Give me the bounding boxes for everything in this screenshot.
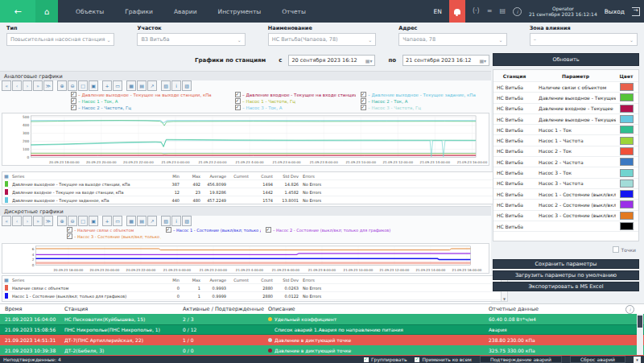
menu-item[interactable]: Инструменты: [218, 8, 262, 15]
parameter-row[interactable]: НС Витьба Насос 1 - Состояние (выкл/вкл: [493, 189, 638, 200]
color-swatch[interactable]: [620, 190, 634, 198]
color-swatch[interactable]: [620, 83, 634, 91]
info-icon[interactable]: i: [171, 216, 181, 226]
fast-forward-icon[interactable]: ≫: [43, 216, 53, 226]
zoom-out-icon[interactable]: ⊖: [68, 216, 77, 226]
fast-forward-icon[interactable]: ≫: [43, 80, 53, 91]
menu-item[interactable]: Отчеты: [282, 8, 306, 15]
fullscreen-icon[interactable]: ▭: [113, 80, 122, 91]
parameter-row[interactable]: НС Витьба Насос 3 - Частота: [493, 179, 638, 189]
prev-icon[interactable]: ‹: [12, 216, 22, 226]
legend-item[interactable]: Насос 1 - Ток, А: [71, 98, 230, 104]
checkbox-checked-icon[interactable]: [235, 98, 241, 104]
discrete-chart[interactable]: 024620.09.23 18:00:0020.09.23 20:00:0020…: [2, 243, 489, 274]
language-switch[interactable]: EN: [434, 8, 442, 15]
color-swatch[interactable]: [620, 137, 634, 145]
legend-item[interactable]: Насос 3 - Частота, Гц: [361, 105, 491, 110]
alarm-bell-button[interactable]: [449, 0, 465, 23]
date-to-input[interactable]: 21 сентября 2023 16:12 ▦▾: [402, 55, 489, 66]
legend-item[interactable]: Давление входное - Текущее на входе стан…: [235, 92, 356, 97]
save-icon[interactable]: ▦: [126, 80, 136, 91]
zoom-out-icon[interactable]: ⊖: [68, 80, 77, 91]
alarm-row[interactable]: 21.09.2023 16:04:00 НС Песковатик(Куйбыш…: [0, 314, 644, 324]
save-icon[interactable]: ▦: [126, 216, 136, 226]
checkbox-checked-icon[interactable]: [361, 105, 366, 110]
stats-row[interactable]: Давление входное - Текущее на входе стан…: [2, 188, 507, 196]
legend-item[interactable]: Давление выходное - Текущее задание, кПа: [361, 92, 491, 97]
pan-icon[interactable]: +: [102, 80, 112, 91]
filter-select[interactable]: Чапаева, 78 ⌄: [398, 33, 506, 46]
checkbox-unchecked-icon[interactable]: [613, 246, 619, 253]
fullscreen-icon[interactable]: ▭: [113, 216, 122, 226]
color-swatch[interactable]: [620, 158, 634, 166]
scrollbar-thumb[interactable]: [638, 316, 642, 328]
list-icon[interactable]: ≡: [487, 8, 493, 14]
parameter-row[interactable]: НС Витьба Наличие связи с объектом: [493, 82, 638, 93]
checkbox-checked-icon[interactable]: [71, 105, 76, 110]
settings-icon[interactable]: ▨: [182, 80, 192, 91]
color-swatch[interactable]: [620, 169, 634, 177]
logout-icon[interactable]: [632, 7, 640, 16]
parameter-row[interactable]: НС Витьба: [493, 221, 638, 232]
stats-row[interactable]: Насос 1 - Состояние (выкл/вкл; только дл…: [2, 292, 507, 300]
legend-item[interactable]: Насос 2 - Частота, Гц: [71, 105, 230, 110]
zoom-in-icon[interactable]: ⊕: [57, 80, 67, 91]
checkbox-checked-icon[interactable]: [415, 357, 419, 362]
checkbox-checked-icon[interactable]: [266, 227, 271, 233]
checkbox-checked-icon[interactable]: [67, 227, 72, 233]
reset-alarms-button[interactable]: Сброс аварий: [570, 356, 625, 363]
first-icon[interactable]: «: [2, 216, 11, 226]
print-icon[interactable]: ▤: [499, 8, 506, 14]
parameter-row[interactable]: НС Витьба Насос 2 - Частота: [493, 157, 638, 167]
back-button[interactable]: ←: [0, 0, 35, 23]
checkbox-checked-icon[interactable]: [67, 233, 72, 239]
next-icon[interactable]: ›: [23, 80, 32, 91]
legend-item[interactable]: Насос 3 - Состояние (выкл/вкл; только дл…: [67, 233, 161, 239]
first-icon[interactable]: «: [2, 80, 11, 91]
home-button[interactable]: ⌂: [35, 0, 58, 23]
checkbox-checked-icon[interactable]: [361, 98, 366, 104]
color-swatch[interactable]: [620, 126, 634, 134]
sidebar-action-button[interactable]: Экспортировать в MS Excel: [493, 282, 639, 291]
calendar-icon[interactable]: ▦▾: [365, 58, 373, 64]
parameter-row[interactable]: НС Витьба Насос 2 - Состояние (выкл/вкл: [493, 200, 638, 210]
color-swatch[interactable]: [620, 179, 634, 188]
parameter-row[interactable]: НС Витьба Насос 1 - Ток: [493, 125, 638, 135]
parameter-row[interactable]: НС Витьба Давление выходное - Текущее: [493, 93, 638, 103]
calendar-icon[interactable]: ▦▾: [479, 58, 486, 64]
filter-select[interactable]: Повысительная насосная станция ⌄: [6, 33, 114, 46]
sidebar-action-button[interactable]: Загрузить параметры по умолчанию: [493, 270, 639, 280]
date-from-input[interactable]: 20 сентября 2023 16:12 ▦▾: [288, 55, 375, 66]
parameter-row[interactable]: НС Витьба Давление выходное - Текущее: [493, 114, 638, 125]
info-icon[interactable]: i: [171, 80, 181, 91]
pan-icon[interactable]: +: [102, 216, 112, 226]
last-icon[interactable]: »: [33, 216, 43, 226]
parameter-row[interactable]: НС Витьба Насос 3 - Состояние (выкл/вкл: [493, 211, 638, 221]
folder-icon[interactable]: ▧: [161, 80, 171, 91]
zoom-reset-icon[interactable]: □: [78, 80, 88, 91]
checkbox-checked-icon[interactable]: [71, 98, 76, 104]
alarm-scrollbar[interactable]: [637, 314, 643, 355]
group-option[interactable]: Группировать: [364, 357, 407, 362]
legend-item[interactable]: Насос 1 - Состояние (выкл/вкл; только дл…: [166, 227, 261, 233]
folder-icon[interactable]: ▧: [161, 216, 171, 226]
parameter-row[interactable]: НС Витьба Насос 3 - Ток: [493, 167, 638, 178]
stats-row[interactable]: Наличие связи с объектом 0 1 0.9993 2880…: [2, 284, 507, 292]
menu-item[interactable]: Объекты: [76, 8, 104, 15]
info-icon[interactable]: i: [513, 7, 522, 16]
legend-item[interactable]: Давление выходное - Текущее на выходе ст…: [71, 92, 230, 97]
stats-row[interactable]: Давление выходное - Текущее на выходе ст…: [2, 180, 507, 188]
checkbox-checked-icon[interactable]: [235, 92, 241, 97]
trend-icon[interactable]: ↗: [147, 216, 157, 226]
parameter-row[interactable]: НС Витьба Насос 1 - Частота: [493, 135, 638, 146]
checkbox-checked-icon[interactable]: [364, 357, 369, 362]
color-swatch[interactable]: [620, 212, 634, 220]
prev-icon[interactable]: ‹: [12, 80, 22, 91]
refresh-button[interactable]: Обновить: [493, 53, 639, 66]
analog-chart[interactable]: 010020030040050020.09.23 18:00:0020.09.2…: [2, 113, 489, 166]
checkbox-checked-icon[interactable]: [166, 227, 171, 233]
legend-item[interactable]: Насос 3 - Ток, А: [235, 105, 356, 110]
parameter-row[interactable]: НС Витьба Давление входное - Текущее: [493, 104, 638, 114]
color-swatch[interactable]: [620, 222, 634, 230]
stats-row[interactable]: Давление выходное - Текущее заданное, кП…: [2, 196, 507, 204]
